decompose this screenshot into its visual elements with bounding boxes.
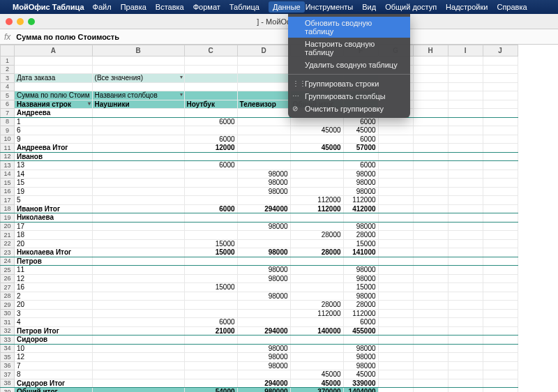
cell-J16[interactable] [483,187,518,196]
menu-item[interactable]: ⊘Очистить группировку [288,103,410,115]
window-close-button[interactable] [6,18,13,25]
cell-D2[interactable] [237,65,290,74]
spreadsheet-grid[interactable]: ABCDEFGHIJ123Дата заказа(Все значения)45… [0,45,558,392]
menu-инструменты[interactable]: Инструменты [306,3,354,11]
cell-I36[interactable] [448,361,483,370]
cell-G28[interactable] [378,292,413,301]
row-header[interactable]: 35 [1,353,15,362]
cell-J39[interactable] [483,388,518,393]
cell-E25[interactable] [290,266,343,275]
col-header-J[interactable]: J [483,45,518,56]
cell-H5[interactable] [413,91,448,100]
cell-C5[interactable] [184,91,237,100]
cell-C3[interactable] [184,74,237,83]
row-header[interactable]: 36 [1,361,15,370]
cell-I6[interactable] [448,100,483,109]
cell-A34[interactable]: 10 [15,344,93,353]
cell-D25[interactable]: 98000 [237,266,290,275]
cell-I23[interactable] [448,248,483,257]
cell-B23[interactable] [92,248,184,257]
cell-J33[interactable] [483,336,518,345]
cell-F29[interactable]: 28000 [343,301,378,310]
cell-A28[interactable]: 2 [15,292,93,301]
cell-I10[interactable] [448,135,483,144]
cell-F31[interactable]: 6000 [343,318,378,327]
cell-D20[interactable]: 98000 [237,222,290,231]
cell-B28[interactable] [92,292,184,301]
cell-C26[interactable] [184,274,237,283]
cell-D33[interactable] [237,336,290,345]
cell-J2[interactable] [483,65,518,74]
col-header-H[interactable]: H [413,45,448,56]
cell-B31[interactable] [92,318,184,327]
row-header[interactable]: 15 [1,179,15,188]
cell-C2[interactable] [184,65,237,74]
cell-G35[interactable] [378,353,413,362]
cell-I32[interactable] [448,326,483,336]
cell-C33[interactable] [184,336,237,345]
cell-E36[interactable] [290,361,343,370]
cell-I35[interactable] [448,353,483,362]
cell-C1[interactable] [184,56,237,66]
cell-F35[interactable]: 98000 [343,353,378,362]
cell-J5[interactable] [483,91,518,100]
cell-A26[interactable]: 12 [15,274,93,283]
cell-H12[interactable] [413,152,448,161]
cell-D27[interactable] [237,283,290,292]
cell-A3[interactable]: Дата заказа [15,74,93,83]
cell-F13[interactable]: 6000 [343,161,378,170]
row-header[interactable]: 6 [1,100,15,109]
cell-B4[interactable] [92,82,184,91]
cell-D7[interactable] [237,109,290,118]
cell-H26[interactable] [413,274,448,283]
cell-C25[interactable] [184,266,237,275]
cell-A29[interactable]: 20 [15,301,93,310]
cell-H3[interactable] [413,74,448,83]
cell-H39[interactable] [413,388,448,393]
cell-J6[interactable] [483,100,518,109]
row-header[interactable]: 14 [1,169,15,179]
cell-B26[interactable] [92,274,184,283]
cell-B2[interactable] [92,65,184,74]
cell-J8[interactable] [483,117,518,126]
cell-A31[interactable]: 4 [15,318,93,327]
menu-справка[interactable]: Справка [497,3,527,11]
cell-B18[interactable] [92,204,184,213]
row-header[interactable]: 25 [1,266,15,275]
cell-J38[interactable] [483,379,518,388]
cell-J22[interactable] [483,239,518,248]
cell-B22[interactable] [92,239,184,248]
cell-C7[interactable] [184,109,237,118]
cell-I5[interactable] [448,91,483,100]
col-header-D[interactable]: D [237,45,290,56]
cell-D1[interactable] [237,56,290,66]
cell-E19[interactable] [290,213,343,223]
cell-F33[interactable] [343,336,378,345]
cell-G30[interactable] [378,309,413,318]
cell-B35[interactable] [92,353,184,362]
row-header[interactable]: 8 [1,117,15,126]
cell-J30[interactable] [483,309,518,318]
cell-A1[interactable] [15,56,93,66]
cell-I4[interactable] [448,82,483,91]
cell-G39[interactable] [378,388,413,393]
cell-G31[interactable] [378,318,413,327]
cell-C12[interactable] [184,152,237,161]
cell-J20[interactable] [483,222,518,231]
row-header[interactable]: 23 [1,248,15,257]
cell-F28[interactable]: 98000 [343,292,378,301]
cell-E34[interactable] [290,344,343,353]
cell-B6[interactable]: Наушники [92,100,184,109]
cell-D35[interactable]: 98000 [237,353,290,362]
cell-A27[interactable]: 16 [15,283,93,292]
cell-E10[interactable] [290,135,343,144]
cell-A23[interactable]: Николаева Итог [15,248,93,257]
cell-D11[interactable] [237,144,290,153]
cell-H13[interactable] [413,161,448,170]
cell-F32[interactable]: 455000 [343,326,378,336]
row-header[interactable]: 13 [1,161,15,170]
cell-B10[interactable] [92,135,184,144]
row-header[interactable]: 1 [1,56,15,66]
cell-A9[interactable]: 6 [15,126,93,135]
cell-J29[interactable] [483,301,518,310]
